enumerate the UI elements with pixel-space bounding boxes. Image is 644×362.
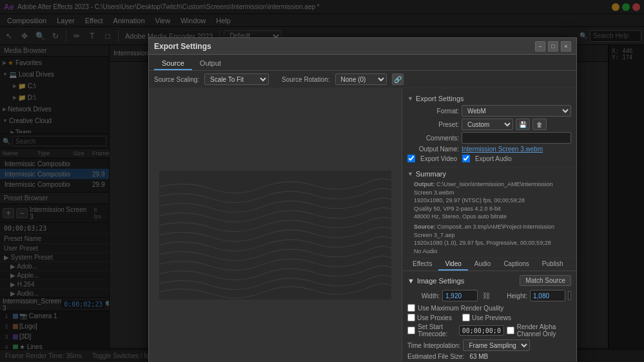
use-previews-label: Use Previews xyxy=(472,314,511,321)
summary-section: ▼ Summary Output: C:\User_ision\Intermis… xyxy=(402,167,576,258)
modal-inner-tabs: Effects Video Audio Captions Publish xyxy=(402,258,576,271)
modal-maximize-btn[interactable]: □ xyxy=(548,41,558,52)
max-render-quality-checkbox[interactable] xyxy=(407,304,415,312)
export-video-checkbox[interactable] xyxy=(407,155,415,162)
source-rotation-label: Source Rotation: xyxy=(282,76,330,83)
modal-settings-panel: ▼ Export Settings Format: WebM Preset: xyxy=(402,88,576,362)
summary-label: Summary xyxy=(416,170,446,178)
export-check-row: Export Video Export Audio xyxy=(407,155,571,162)
preset-dropdown[interactable]: Custom xyxy=(462,119,513,130)
max-render-quality-row: Use Maximum Render Quality xyxy=(407,304,571,312)
source-scaling-dropdown[interactable]: Scale To Fit xyxy=(204,73,269,85)
modal-preview-area xyxy=(149,88,402,362)
modal-title-bar: Export Settings − □ × xyxy=(149,38,576,55)
export-audio-label: Export Audio xyxy=(475,155,512,162)
export-video-label: Export Video xyxy=(420,155,457,162)
render-alpha-label: Render Alpha Channel Only xyxy=(517,323,571,338)
file-size-row: Estimated File Size: 63 MB xyxy=(407,353,571,360)
output-name-label: Output Name: xyxy=(407,146,459,153)
export-settings-title[interactable]: ▼ Export Settings xyxy=(407,95,571,102)
chain-icon[interactable]: ⛓ xyxy=(480,292,493,300)
summary-title[interactable]: ▼ Summary xyxy=(407,170,571,178)
export-audio-checkbox[interactable] xyxy=(462,155,470,162)
source-scaling-label: Source Scaling: xyxy=(154,76,199,83)
timecode-checkbox[interactable] xyxy=(407,327,415,334)
export-settings-label: Export Settings xyxy=(416,95,464,102)
timecode-value-input[interactable] xyxy=(459,325,504,336)
height-label: Height: xyxy=(495,292,527,300)
preset-row: Preset: Custom 💾 🗑 xyxy=(407,119,571,130)
time-interp-row: Time Interpolation: Frame Sampling xyxy=(407,339,571,351)
modal-title: Export Settings xyxy=(154,42,211,51)
format-label: Format: xyxy=(407,108,459,115)
format-dropdown[interactable]: WebM xyxy=(462,105,571,117)
aspect-checkbox[interactable] xyxy=(568,291,571,300)
max-render-quality-label: Use Maximum Render Quality xyxy=(418,305,503,312)
modal-preview-canvas xyxy=(159,171,391,300)
tab-effects[interactable]: Effects xyxy=(406,258,438,271)
tab-publish[interactable]: Publish xyxy=(536,258,570,271)
modal-close-btn[interactable]: × xyxy=(561,41,571,52)
tab-audio[interactable]: Audio xyxy=(468,258,498,271)
tab-source[interactable]: Source xyxy=(154,57,192,70)
modal-overlay: Export Settings − □ × Source Output Sour… xyxy=(0,0,644,362)
time-interp-label: Time Interpolation: xyxy=(407,342,460,349)
image-settings: ▼ Image Settings Match Source Width: ⛓ H… xyxy=(402,271,576,362)
use-proxies-label: Use Proxies xyxy=(417,314,452,321)
summary-output: Output: C:\User_ision\Intermission_AME\I… xyxy=(407,180,571,221)
tab-video[interactable]: Video xyxy=(438,258,467,271)
export-settings-section: ▼ Export Settings Format: WebM Preset: xyxy=(402,92,576,167)
section-arrow-1: ▼ xyxy=(407,95,413,102)
timecode-row: Set Start Timecode: Render Alpha Channel… xyxy=(407,323,571,338)
output-name-link[interactable]: Intermission Screen 3.webm xyxy=(462,146,543,153)
time-interp-dropdown[interactable]: Frame Sampling xyxy=(463,339,530,351)
modal-source-output-tabs: Source Output xyxy=(149,55,576,71)
height-input[interactable] xyxy=(530,290,565,301)
width-input[interactable] xyxy=(442,290,478,301)
use-proxies-checkbox[interactable] xyxy=(407,314,415,321)
app-window: Ae Adobe After Effects 2023 - C:\Users\U… xyxy=(0,0,644,362)
summary-source: Source: Composit..en 3.tmp\AME\Project-I… xyxy=(407,223,571,255)
render-alpha-checkbox[interactable] xyxy=(507,327,514,334)
file-size-value: 63 MB xyxy=(469,353,488,360)
modal-minimize-btn[interactable]: − xyxy=(535,41,545,52)
width-row: Width: ⛓ Height: xyxy=(407,290,571,301)
proxy-preview-row: Use Proxies Use Previews xyxy=(407,314,571,321)
image-settings-title[interactable]: ▼ Image Settings Match Source xyxy=(407,275,571,286)
section-arrow-2: ▼ xyxy=(407,171,413,177)
timecode-label: Set Start Timecode: xyxy=(418,323,456,338)
source-rotation-dropdown[interactable]: None (0) xyxy=(335,73,387,85)
comments-input[interactable] xyxy=(462,132,571,144)
tab-captions[interactable]: Captions xyxy=(497,258,535,271)
image-settings-label: Image Settings xyxy=(417,277,464,285)
match-source-btn[interactable]: Match Source xyxy=(520,275,571,286)
file-size-label: Estimated File Size: xyxy=(407,353,464,360)
modal-body: ▼ Export Settings Format: WebM Preset: xyxy=(149,88,576,362)
export-settings-modal: Export Settings − □ × Source Output Sour… xyxy=(148,37,577,362)
source-settings-row: Source Scaling: Scale To Fit Source Rota… xyxy=(149,71,576,88)
output-name-row: Output Name: Intermission Screen 3.webm xyxy=(407,146,571,153)
use-previews-checkbox[interactable] xyxy=(462,314,470,321)
preset-label: Preset: xyxy=(407,121,459,128)
format-row: Format: WebM xyxy=(407,105,571,117)
image-settings-arrow: ▼ xyxy=(407,277,415,285)
delete-preset-btn[interactable]: 🗑 xyxy=(532,119,547,130)
width-label: Width: xyxy=(407,292,440,300)
preview-svg xyxy=(159,171,391,300)
modal-controls: − □ × xyxy=(535,41,571,52)
comments-label: Comments: xyxy=(407,135,459,142)
tab-output[interactable]: Output xyxy=(192,57,229,70)
link-btn[interactable]: 🔗 xyxy=(392,73,404,85)
save-preset-btn[interactable]: 💾 xyxy=(516,119,530,130)
comments-row: Comments: xyxy=(407,132,571,144)
